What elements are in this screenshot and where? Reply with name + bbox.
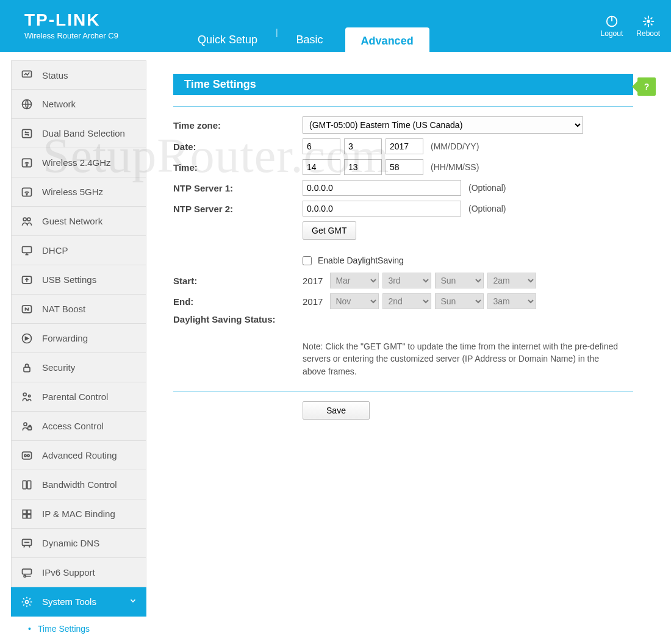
sidebar-label: Dual Band Selection	[42, 128, 125, 138]
brand-logo: TP-LINK	[24, 12, 118, 29]
svg-line-10	[650, 17, 652, 19]
svg-point-31	[27, 454, 29, 456]
sidebar-item-wireless24[interactable]: Wireless 2.4GHz	[11, 148, 146, 177]
sidebar-item-dhcp[interactable]: DHCP	[11, 236, 146, 265]
svg-rect-32	[23, 481, 26, 488]
sidebar-item-network[interactable]: Network	[11, 90, 146, 119]
sidebar-item-forwarding[interactable]: Forwarding	[11, 324, 146, 353]
help-button[interactable]: ?	[637, 77, 656, 96]
sidebar-item-nat[interactable]: NAT Boost	[11, 295, 146, 324]
sidebar-label: System Tools	[42, 596, 96, 607]
svg-point-26	[29, 395, 30, 396]
sidebar-item-systemtools[interactable]: System Tools	[11, 587, 146, 617]
tab-advanced[interactable]: Advanced	[345, 27, 429, 52]
sidebar-label: Dynamic DNS	[42, 538, 99, 548]
sidebar-item-wireless5[interactable]: Wireless 5GHz	[11, 177, 146, 207]
sidebar-label: Wireless 5GHz	[42, 187, 103, 197]
tab-separator: |	[276, 27, 278, 37]
start-day-select[interactable]: Sun	[435, 273, 484, 288]
save-button[interactable]: Save	[303, 401, 370, 420]
svg-rect-34	[23, 510, 26, 513]
svg-point-19	[27, 218, 30, 221]
dns-icon	[20, 537, 34, 550]
divider	[173, 391, 633, 392]
gear-icon	[20, 595, 34, 609]
svg-line-7	[644, 17, 646, 19]
svg-rect-37	[27, 514, 31, 518]
sidebar-label: Security	[42, 362, 75, 373]
tab-quick-setup[interactable]: Quick Setup	[183, 27, 272, 52]
sidebar-label: DHCP	[42, 245, 68, 256]
main-tabs: Quick Setup | Basic Advanced	[179, 0, 433, 52]
ntp1-hint: (Optional)	[468, 183, 506, 193]
logout-button[interactable]: Logout	[601, 15, 623, 38]
sidebar-sub-time-settings[interactable]: Time Settings	[11, 617, 146, 641]
sidebar-item-ipv6[interactable]: IPv6 Support	[11, 558, 146, 587]
dst-enable-checkbox[interactable]	[303, 256, 312, 265]
sidebar-label: IP & MAC Binding	[42, 509, 115, 519]
wifi-icon	[20, 156, 34, 170]
time-ss-input[interactable]	[386, 159, 423, 175]
ntp2-input[interactable]	[303, 201, 461, 216]
end-day-select[interactable]: Sun	[435, 293, 484, 309]
timezone-select[interactable]: (GMT-05:00) Eastern Time (US Canada)	[303, 116, 583, 134]
sidebar-label: NAT Boost	[42, 304, 85, 314]
label-dss: Daylight Saving Status:	[173, 314, 303, 324]
svg-line-9	[644, 23, 646, 25]
sidebar-label: Advanced Routing	[42, 450, 117, 460]
ntp1-input[interactable]	[303, 180, 461, 196]
label-end: End:	[173, 296, 303, 307]
label-ntp1: NTP Server 1:	[173, 183, 303, 193]
end-hour-select[interactable]: 3am	[487, 293, 536, 309]
sidebar-label: Status	[42, 70, 68, 80]
date-day-input[interactable]	[344, 138, 382, 154]
globe-icon	[20, 98, 34, 111]
time-hh-input[interactable]	[303, 159, 340, 175]
userlock-icon	[20, 420, 34, 433]
date-year-input[interactable]	[386, 138, 423, 154]
wifi-icon	[20, 185, 34, 199]
reboot-button[interactable]: Reboot	[636, 15, 660, 38]
svg-rect-13	[23, 129, 32, 137]
chevron-down-icon	[129, 596, 137, 607]
swap-icon	[20, 127, 34, 140]
sidebar-label: Parental Control	[42, 392, 108, 402]
sidebar-item-dualband[interactable]: Dual Band Selection	[11, 119, 146, 148]
sidebar-item-access[interactable]: Access Control	[11, 412, 146, 441]
sidebar-label: USB Settings	[42, 274, 96, 285]
sidebar-item-ddns[interactable]: Dynamic DNS	[11, 529, 146, 558]
sidebar-item-ipmac[interactable]: IP & MAC Binding	[11, 499, 146, 529]
start-hour-select[interactable]: 2am	[487, 273, 536, 288]
sidebar-label: Wireless 2.4GHz	[42, 157, 111, 168]
get-gmt-button[interactable]: Get GMT	[303, 221, 356, 240]
content-panel: Time Settings ? Time zone: (GMT-05:00) E…	[146, 60, 660, 641]
svg-point-27	[24, 423, 27, 426]
sidebar-item-security[interactable]: Security	[11, 353, 146, 382]
sidebar-label: Forwarding	[42, 333, 88, 343]
svg-point-41	[26, 600, 29, 603]
end-month-select[interactable]: Nov	[330, 293, 379, 309]
sidebar-label: Access Control	[42, 421, 104, 431]
sidebar-item-guest[interactable]: Guest Network	[11, 207, 146, 236]
sidebar-item-bandwidth[interactable]: Bandwidth Control	[11, 470, 146, 499]
start-year: 2017	[303, 276, 323, 286]
sidebar-item-usb[interactable]: USB Settings	[11, 265, 146, 295]
start-month-select[interactable]: Mar	[330, 273, 379, 288]
sidebar-item-status[interactable]: Status	[11, 60, 146, 90]
bandwidth-icon	[20, 478, 34, 492]
sidebar-label: Network	[42, 99, 76, 109]
svg-rect-35	[27, 510, 31, 513]
end-week-select[interactable]: 2nd	[382, 293, 431, 309]
users-icon	[20, 215, 34, 228]
start-week-select[interactable]: 3rd	[382, 273, 431, 288]
panel-title: Time Settings	[173, 74, 633, 95]
time-mm-input[interactable]	[344, 159, 382, 175]
tab-basic[interactable]: Basic	[282, 27, 338, 52]
sidebar-item-routing[interactable]: Advanced Routing	[11, 441, 146, 470]
label-ntp2: NTP Server 2:	[173, 204, 303, 214]
power-icon	[605, 15, 619, 28]
sidebar-item-parental[interactable]: Parental Control	[11, 382, 146, 412]
svg-point-17	[26, 194, 27, 195]
end-year: 2017	[303, 296, 323, 307]
date-month-input[interactable]	[303, 138, 340, 154]
